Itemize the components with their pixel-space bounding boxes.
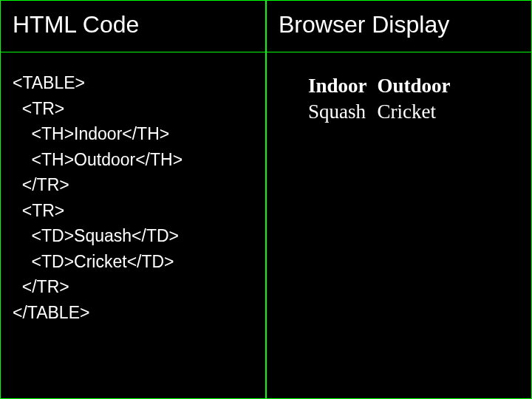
code-panel-header: HTML Code: [1, 1, 265, 52]
code-panel-title: HTML Code: [13, 11, 253, 38]
table-header-cell: Indoor: [307, 75, 369, 98]
display-panel-title: Browser Display: [279, 11, 519, 38]
table-header-row: Indoor Outdoor: [307, 75, 452, 98]
table-header-cell: Outdoor: [376, 75, 452, 98]
code-panel: HTML Code <TABLE> <TR> <TH>Indoor</TH> <…: [0, 0, 266, 399]
table-cell: Cricket: [376, 100, 452, 123]
display-panel-header: Browser Display: [267, 1, 531, 52]
display-panel-body: Indoor Outdoor Squash Cricket: [267, 52, 531, 398]
rendered-table: Indoor Outdoor Squash Cricket: [299, 72, 460, 126]
display-panel: Browser Display Indoor Outdoor Squash Cr…: [266, 0, 532, 399]
table-row: Squash Cricket: [307, 100, 452, 123]
html-code-block: <TABLE> <TR> <TH>Indoor</TH> <TH>Outdoor…: [13, 70, 253, 325]
table-cell: Squash: [307, 100, 369, 123]
code-panel-body: <TABLE> <TR> <TH>Indoor</TH> <TH>Outdoor…: [1, 52, 265, 398]
slide-container: HTML Code <TABLE> <TR> <TH>Indoor</TH> <…: [0, 0, 532, 399]
